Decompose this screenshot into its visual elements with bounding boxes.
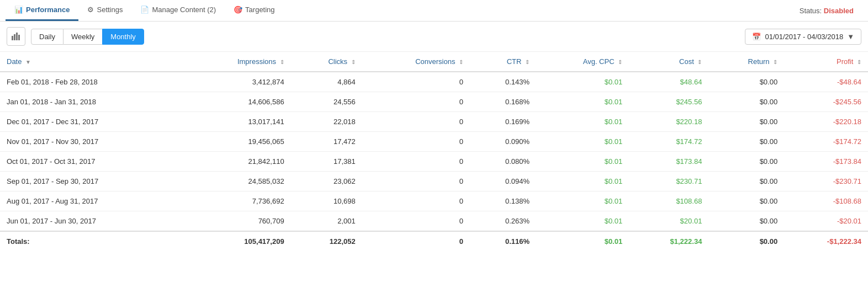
date-range-value: 01/01/2017 - 04/03/2018 (765, 33, 843, 41)
totals-impressions: 105,417,209 (185, 231, 290, 251)
svg-rect-3 (18, 35, 20, 40)
cell-conversions: 0 (362, 211, 470, 232)
status-label: Status: (800, 7, 822, 15)
performance-icon: 📊 (14, 6, 23, 14)
svg-rect-1 (14, 34, 15, 40)
cell-impressions: 3,412,874 (185, 72, 290, 92)
cell-impressions: 7,736,692 (185, 191, 290, 211)
weekly-button[interactable]: Weekly (63, 29, 102, 45)
cell-return: $0.00 (708, 152, 784, 172)
col-header-profit[interactable]: Profit ⇕ (784, 52, 868, 72)
cell-avg-cpc: $0.01 (536, 112, 629, 132)
col-header-avg-cpc[interactable]: Avg. CPC ⇕ (536, 52, 629, 72)
totals-row: Totals: 105,417,209 122,052 0 0.116% $0.… (0, 231, 868, 251)
sort-icon-cost: ⇕ (697, 59, 702, 65)
chart-view-button[interactable] (7, 27, 25, 46)
tab-performance[interactable]: 📊 Performance (6, 0, 78, 21)
cell-avg-cpc: $0.01 (536, 72, 629, 92)
col-header-return[interactable]: Return ⇕ (708, 52, 784, 72)
cell-profit: -$108.68 (784, 191, 868, 211)
cell-clicks: 17,381 (291, 152, 362, 172)
cell-avg-cpc: $0.01 (536, 191, 629, 211)
totals-conversions: 0 (362, 231, 470, 251)
tab-settings-label: Settings (97, 6, 123, 14)
tab-bar: 📊 Performance ⚙ Settings 📄 Manage Conten… (0, 0, 868, 22)
sort-icon-profit: ⇕ (857, 59, 861, 65)
col-header-ctr[interactable]: CTR ⇕ (470, 52, 536, 72)
sort-icon-avg-cpc: ⇕ (618, 59, 622, 65)
targeting-icon: 🎯 (234, 6, 242, 14)
col-header-cost[interactable]: Cost ⇕ (629, 52, 708, 72)
cell-ctr: 0.080% (470, 152, 536, 172)
cell-date: Aug 01, 2017 - Aug 31, 2017 (0, 191, 185, 211)
cell-conversions: 0 (362, 72, 470, 92)
col-header-clicks[interactable]: Clicks ⇕ (291, 52, 362, 72)
cell-cost: $220.18 (629, 112, 708, 132)
col-header-conversions[interactable]: Conversions ⇕ (362, 52, 470, 72)
tab-performance-label: Performance (26, 6, 70, 14)
cell-cost: $48.64 (629, 72, 708, 92)
table-row: Oct 01, 2017 - Oct 31, 2017 21,842,110 1… (0, 152, 868, 172)
totals-avg-cpc: $0.01 (536, 231, 629, 251)
cell-avg-cpc: $0.01 (536, 92, 629, 112)
period-button-group: Daily Weekly Monthly (31, 29, 144, 45)
cell-return: $0.00 (708, 92, 784, 112)
cell-date: Jan 01, 2018 - Jan 31, 2018 (0, 92, 185, 112)
sort-icon-impressions: ⇕ (280, 59, 284, 65)
cell-impressions: 14,606,586 (185, 92, 290, 112)
date-range-picker[interactable]: 📅 01/01/2017 - 04/03/2018 ▼ (745, 29, 861, 45)
data-table-container: Date ▼ Impressions ⇕ Clicks ⇕ Conversion… (0, 52, 868, 251)
dropdown-arrow-icon: ▼ (847, 33, 854, 41)
cell-profit: -$220.18 (784, 112, 868, 132)
cell-conversions: 0 (362, 112, 470, 132)
bar-chart-icon (12, 33, 20, 40)
cell-clicks: 4,864 (291, 72, 362, 92)
tab-manage-content[interactable]: 📄 Manage Content (2) (131, 0, 225, 21)
status-area: Status: Disabled (791, 1, 862, 20)
cell-date: Jun 01, 2017 - Jun 30, 2017 (0, 211, 185, 232)
table-body: Feb 01, 2018 - Feb 28, 2018 3,412,874 4,… (0, 72, 868, 231)
cell-ctr: 0.169% (470, 112, 536, 132)
col-header-impressions[interactable]: Impressions ⇕ (185, 52, 290, 72)
cell-date: Oct 01, 2017 - Oct 31, 2017 (0, 152, 185, 172)
daily-button[interactable]: Daily (31, 29, 63, 45)
svg-rect-0 (12, 36, 13, 40)
cell-conversions: 0 (362, 152, 470, 172)
cell-profit: -$174.72 (784, 132, 868, 152)
cell-return: $0.00 (708, 112, 784, 132)
cell-profit: -$48.64 (784, 72, 868, 92)
cell-impressions: 760,709 (185, 211, 290, 232)
tab-settings[interactable]: ⚙ Settings (78, 0, 131, 21)
table-row: Feb 01, 2018 - Feb 28, 2018 3,412,874 4,… (0, 72, 868, 92)
col-header-date[interactable]: Date ▼ (0, 52, 185, 72)
cell-ctr: 0.094% (470, 172, 536, 191)
cell-ctr: 0.263% (470, 211, 536, 232)
monthly-button[interactable]: Monthly (102, 29, 144, 45)
cell-avg-cpc: $0.01 (536, 172, 629, 191)
cell-return: $0.00 (708, 211, 784, 232)
cell-return: $0.00 (708, 191, 784, 211)
table-row: Jan 01, 2018 - Jan 31, 2018 14,606,586 2… (0, 92, 868, 112)
tab-targeting[interactable]: 🎯 Targeting (225, 0, 283, 21)
cell-date: Nov 01, 2017 - Nov 30, 2017 (0, 132, 185, 152)
cell-date: Dec 01, 2017 - Dec 31, 2017 (0, 112, 185, 132)
table-row: Nov 01, 2017 - Nov 30, 2017 19,456,065 1… (0, 132, 868, 152)
table-row: Dec 01, 2017 - Dec 31, 2017 13,017,141 2… (0, 112, 868, 132)
totals-return: $0.00 (708, 231, 784, 251)
cell-avg-cpc: $0.01 (536, 152, 629, 172)
tab-targeting-label: Targeting (245, 6, 274, 14)
cell-cost: $173.84 (629, 152, 708, 172)
cell-profit: -$245.56 (784, 92, 868, 112)
table-footer: Totals: 105,417,209 122,052 0 0.116% $0.… (0, 231, 868, 251)
cell-conversions: 0 (362, 132, 470, 152)
settings-icon: ⚙ (87, 6, 94, 14)
cell-conversions: 0 (362, 172, 470, 191)
cell-profit: -$173.84 (784, 152, 868, 172)
cell-impressions: 24,585,032 (185, 172, 290, 191)
cell-conversions: 0 (362, 92, 470, 112)
totals-cost: $1,222.34 (629, 231, 708, 251)
tab-manage-content-label: Manage Content (2) (152, 6, 216, 14)
cell-clicks: 22,018 (291, 112, 362, 132)
cell-clicks: 23,062 (291, 172, 362, 191)
totals-label: Totals: (0, 231, 185, 251)
